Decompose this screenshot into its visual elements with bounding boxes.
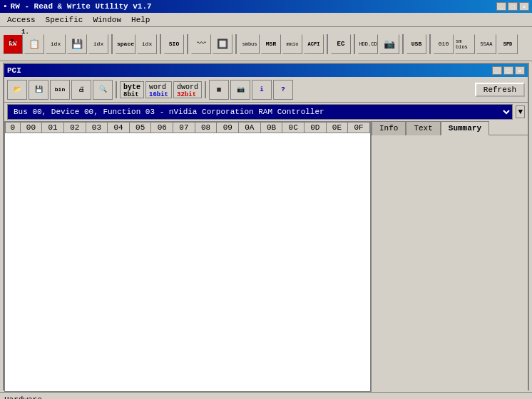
byte-button[interactable]: byte 8bit: [120, 81, 144, 98]
tab-summary[interactable]: Summary: [441, 121, 489, 135]
col-0d: 0D: [304, 123, 326, 133]
pci-close[interactable]: ✕: [515, 66, 525, 75]
pci-btn-save[interactable]: 💾: [29, 80, 48, 100]
col-02: 02: [63, 123, 86, 133]
tab-text[interactable]: Text: [406, 121, 440, 135]
device-select[interactable]: Bus 00, Device 00, Function 03 - nVidia …: [7, 104, 513, 120]
menu-window[interactable]: Window: [88, 15, 126, 25]
main-content: 0 00 01 02 03 04 05 06 07 08 09 0A: [4, 121, 528, 392]
hex-grid: 0 00 01 02 03 04 05 06 07 08 09 0A: [4, 121, 371, 392]
app-title: RW - Read & Write Utility v1.7: [11, 2, 152, 11]
app-title-bar: ▪ RW - Read & Write Utility v1.7 _ □ ✕: [0, 0, 532, 13]
toolbar-btn-ec[interactable]: EC: [331, 34, 351, 54]
pci-window: PCI _ □ ✕ 📂 💾 bin 🖨 🔍 byte 8bit word 16b…: [3, 63, 529, 390]
col-09: 09: [217, 123, 239, 133]
menu-help[interactable]: Help: [127, 15, 154, 25]
toolbar-sep-8: [429, 34, 431, 54]
col-0e: 0E: [326, 123, 348, 133]
toolbar-btn-2[interactable]: 📋: [24, 34, 44, 54]
menu-specific[interactable]: Specific: [41, 15, 88, 25]
toolbar-btn-index2[interactable]: idx: [88, 34, 108, 54]
toolbar-btn-55aa[interactable]: 55AA: [476, 34, 496, 54]
toolbar-btn-spd[interactable]: SPD: [498, 34, 518, 54]
toolbar-btn-save[interactable]: 💾: [67, 34, 87, 54]
toolbar-sep-2: [160, 34, 161, 54]
col-03: 03: [86, 123, 108, 133]
toolbar-btn-msr[interactable]: MSR: [261, 34, 281, 54]
toolbar-sep-5: [327, 34, 328, 54]
col-07: 07: [173, 123, 195, 133]
status-bar: Hardware: [0, 392, 532, 399]
toolbar-sep-1: [111, 34, 113, 54]
toolbar-btn-010[interactable]: 010: [434, 34, 454, 54]
col-0b: 0B: [260, 123, 282, 133]
pci-btn-info[interactable]: i: [252, 80, 272, 100]
toolbar-btn-cpu[interactable]: 🔲: [213, 34, 232, 54]
hex-table: 0 00 01 02 03 04 05 06 07 08 09 0A: [5, 122, 370, 133]
toolbar-btn-usb[interactable]: USB: [406, 34, 426, 54]
main-toolbar: 1. 2. RW 📋 idx 💾 idx space idx SIO 〰 🔲 s…: [0, 27, 532, 61]
device-selector-row: Bus 00, Device 00, Function 03 - nVidia …: [4, 103, 528, 121]
refresh-button[interactable]: Refresh: [475, 83, 525, 97]
maximize-button[interactable]: □: [508, 2, 518, 11]
tab-bar: Info Text Summary: [372, 121, 528, 135]
toolbar-btn-smbios[interactable]: sm bios: [455, 34, 475, 54]
col-00: 00: [20, 123, 42, 133]
col-04: 04: [108, 123, 130, 133]
pci-window-title: PCI: [7, 66, 21, 75]
pci-btn-camera2[interactable]: 📷: [230, 80, 250, 100]
toolbar-sep-3: [187, 34, 188, 54]
dword-button[interactable]: dword 32bit: [173, 81, 202, 98]
col-0f: 0F: [348, 123, 370, 133]
toolbar-btn-space[interactable]: space: [116, 34, 135, 54]
pci-btn-print[interactable]: 🖨: [71, 80, 91, 100]
col-0c: 0C: [282, 123, 305, 133]
toolbar-btn-wave[interactable]: 〰: [191, 34, 211, 54]
toolbar-btn-index1[interactable]: idx: [46, 34, 66, 54]
pci-btn-open[interactable]: 📂: [7, 80, 27, 100]
pci-sep-2: [205, 81, 206, 98]
app-window: ▪ RW - Read & Write Utility v1.7 _ □ ✕ A…: [0, 0, 532, 399]
toolbar-btn-mmio[interactable]: mmio: [282, 34, 302, 54]
hex-header-row: 0 00 01 02 03 04 05 06 07 08 09 0A: [6, 123, 370, 133]
col-05: 05: [129, 123, 151, 133]
close-button[interactable]: ✕: [519, 2, 529, 11]
toolbar-sep-7: [402, 34, 404, 54]
toolbar-sep-6: [354, 34, 355, 54]
toolbar-sep-4: [235, 34, 237, 54]
toolbar-btn-hdd[interactable]: HDD.CD: [358, 34, 378, 54]
word-button[interactable]: word 16bit: [145, 81, 172, 98]
toolbar-btn-index3[interactable]: idx: [137, 34, 157, 54]
pci-btn-search[interactable]: 🔍: [93, 80, 113, 100]
pci-maximize[interactable]: □: [503, 66, 513, 75]
toolbar-btn-acpi[interactable]: ACPI: [304, 34, 324, 54]
pci-btn-grid[interactable]: ▦: [209, 80, 229, 100]
app-icon: ▪: [3, 2, 8, 11]
toolbar-btn-sio[interactable]: SIO: [164, 34, 184, 54]
info-panel: Info Text Summary: [371, 121, 528, 392]
minimize-button[interactable]: _: [496, 2, 506, 11]
toolbar-btn-smbus[interactable]: smbus: [240, 34, 260, 54]
tab-info[interactable]: Info: [372, 121, 406, 135]
pci-toolbar: 📂 💾 bin 🖨 🔍 byte 8bit word 16bit dword 3…: [4, 77, 528, 103]
status-text: Hardware: [4, 395, 42, 400]
pci-btn-bin[interactable]: bin: [50, 80, 70, 100]
device-dropdown-arrow[interactable]: ▼: [516, 105, 525, 118]
col-01: 01: [42, 123, 64, 133]
col-header-addr: 0: [6, 123, 21, 133]
summary-content: [372, 135, 528, 141]
menu-bar: Access Specific Window Help: [0, 13, 532, 27]
col-06: 06: [151, 123, 173, 133]
pci-btn-help[interactable]: ?: [273, 80, 293, 100]
col-08: 08: [195, 123, 217, 133]
toolbar-btn-camera[interactable]: 📷: [379, 34, 399, 54]
pci-minimize[interactable]: _: [492, 66, 502, 75]
menu-access[interactable]: Access: [3, 15, 40, 25]
pci-sep-1: [116, 81, 117, 98]
toolbar-btn-1[interactable]: RW: [3, 34, 23, 54]
pci-title-bar: PCI _ □ ✕: [4, 64, 528, 77]
col-0a: 0A: [239, 123, 261, 133]
